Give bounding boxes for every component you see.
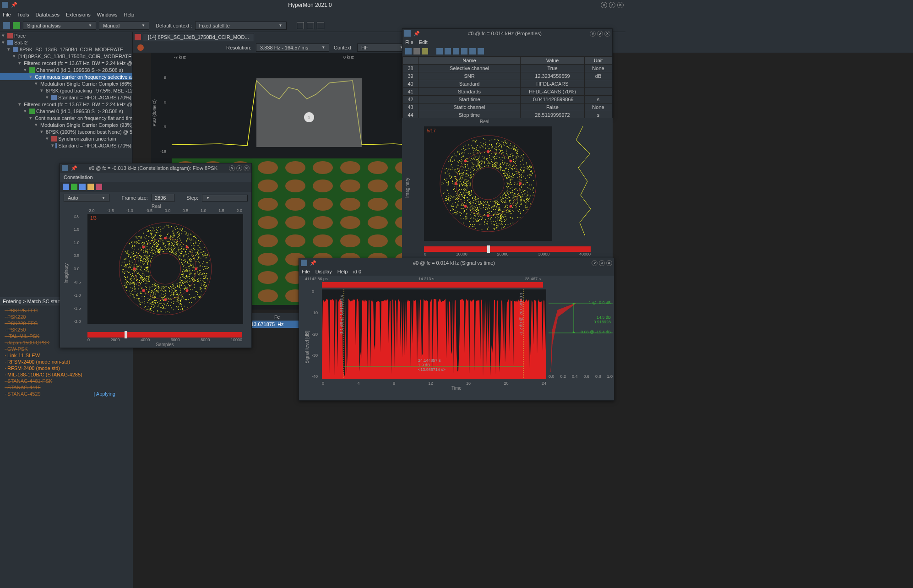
tree-item[interactable]: ▾Modulation Single Carrier Complex (86%)… bbox=[0, 80, 132, 87]
menu-windows[interactable]: Windows bbox=[97, 12, 118, 17]
combo-auto[interactable]: Auto▼ bbox=[64, 194, 109, 202]
minimize-icon[interactable]: ∨ bbox=[601, 2, 607, 8]
table-row[interactable]: 42Start time-0.0411428599869s bbox=[403, 96, 612, 103]
tree-item[interactable]: ▾Continuous carrier on frequency flat an… bbox=[0, 114, 132, 121]
t5-icon[interactable] bbox=[469, 48, 476, 54]
sample-slider[interactable] bbox=[424, 246, 591, 252]
frame-size-input[interactable] bbox=[152, 194, 174, 202]
table-row[interactable]: 40StandardHFDL-ACARS bbox=[403, 80, 612, 88]
tree-item[interactable]: ▾Standard = HFDL-ACARS (70%) bbox=[0, 94, 132, 101]
max-icon[interactable]: ∧ bbox=[597, 31, 603, 37]
signal-plot[interactable]: -3.1 dB @ 1.913286 s-1.2 dB @ 26.058143 … bbox=[322, 289, 546, 379]
table-row[interactable]: 41StandardsHFDL-ACARS (70%) bbox=[403, 88, 612, 96]
max-icon[interactable]: ∧ bbox=[236, 165, 242, 171]
t1-icon[interactable] bbox=[436, 48, 443, 54]
min-icon[interactable]: ∨ bbox=[229, 165, 235, 171]
table-row[interactable]: 44Stop time28.5119999972s bbox=[403, 111, 612, 119]
copy-icon[interactable] bbox=[413, 48, 420, 54]
table-row[interactable]: 39SNR12.3234559559dB bbox=[403, 72, 612, 80]
nav-last-icon[interactable] bbox=[87, 184, 94, 190]
tree-item[interactable]: ▾Standard = HFDL-ACARS (70%) bbox=[0, 142, 132, 149]
standard-item[interactable]: · STANAG-4481-PSK bbox=[0, 378, 120, 384]
db-icon[interactable] bbox=[3, 22, 10, 29]
print-icon[interactable] bbox=[422, 48, 428, 54]
standard-item[interactable]: · STANAG-4415 bbox=[0, 384, 120, 391]
tree-item[interactable]: ▾Filtered record (fc = 13.67 Hz, BW = 2.… bbox=[0, 101, 132, 108]
tree-item[interactable]: ▾Modulation Single Carrier Complex (93%)… bbox=[0, 121, 132, 128]
table-row[interactable]: 38Selective channelTrueNone bbox=[403, 65, 612, 72]
menu-tools[interactable]: Tools bbox=[17, 12, 29, 17]
play-icon[interactable] bbox=[13, 22, 20, 29]
props-menu-edit[interactable]: Edit bbox=[419, 39, 428, 45]
tab-main[interactable]: [14] 8PSK_SC_13dB_1750Bd_CCIR_MOD... bbox=[143, 33, 254, 41]
max-icon[interactable]: ∧ bbox=[599, 260, 605, 266]
t2-icon[interactable] bbox=[445, 48, 451, 54]
combo-mode[interactable]: Signal analysis▼ bbox=[23, 22, 96, 30]
svg-rect-1520 bbox=[163, 228, 163, 229]
nav-first-icon[interactable] bbox=[63, 184, 69, 190]
t4-icon[interactable] bbox=[461, 48, 467, 54]
applying-link[interactable]: | Applying bbox=[93, 391, 115, 397]
min-icon[interactable]: ∨ bbox=[590, 31, 596, 37]
nav-play-icon[interactable] bbox=[71, 184, 77, 190]
constellation-plot[interactable]: 1/3 bbox=[87, 214, 243, 324]
t6-icon[interactable] bbox=[478, 48, 484, 54]
sample-slider[interactable] bbox=[87, 332, 242, 338]
pin-icon[interactable]: 📌 bbox=[11, 2, 17, 8]
tree-item[interactable]: ▾8PSK_SC_13dB_1750Bd_CCIR_MODERATE bbox=[0, 46, 132, 53]
svg-rect-2014 bbox=[123, 270, 124, 271]
tree-item[interactable]: ▾Pace bbox=[0, 32, 132, 39]
save-icon[interactable] bbox=[405, 48, 412, 54]
constellation-plot-large[interactable]: 5/17 bbox=[424, 126, 552, 241]
t3-icon[interactable] bbox=[453, 48, 459, 54]
close-icon[interactable]: ✕ bbox=[617, 2, 624, 8]
tree-item[interactable]: ▾[14] 8PSK_SC_13dB_1750Bd_CCIR_MODERATE bbox=[0, 53, 132, 60]
layout2-icon[interactable] bbox=[307, 22, 314, 29]
tree-item[interactable]: ▾Filtered record (fc = 13.67 Hz, BW = 2.… bbox=[0, 60, 132, 66]
close-icon[interactable]: ✕ bbox=[604, 31, 610, 37]
sigtime-menu-help[interactable]: Help bbox=[337, 269, 348, 274]
min-icon[interactable]: ∨ bbox=[592, 260, 598, 266]
time-overview-bar[interactable] bbox=[322, 282, 543, 288]
combo-step[interactable]: ▼ bbox=[202, 195, 248, 201]
tree-item[interactable]: ▾Sat-f2 bbox=[0, 39, 132, 46]
standard-item[interactable]: · Link-11-SLEW bbox=[0, 352, 120, 359]
close-icon[interactable]: ✕ bbox=[244, 165, 250, 171]
sigtime-menu-file[interactable]: File bbox=[302, 269, 310, 274]
standard-item[interactable]: · RFSM-2400 (mode std) bbox=[0, 365, 120, 371]
layout3-icon[interactable] bbox=[317, 22, 324, 29]
standard-item[interactable]: · MIL-188-110B/C (STANAG-4285) bbox=[0, 371, 120, 378]
props-menu-file[interactable]: File bbox=[405, 39, 413, 45]
tree-item[interactable]: ▾8PSK (100%) (second best None) @ 5.250 … bbox=[0, 128, 132, 135]
combo-resolution[interactable]: 3.838 Hz - 164.57 ms▼ bbox=[256, 44, 329, 52]
close-icon[interactable]: ✕ bbox=[606, 260, 612, 266]
pin-icon[interactable]: 📌 bbox=[310, 260, 316, 266]
svg-rect-1118 bbox=[529, 198, 530, 199]
nav-next-icon[interactable] bbox=[79, 184, 86, 190]
table-row[interactable]: 43Static channelFalseNone bbox=[403, 103, 612, 111]
tree-item[interactable]: ▾Continuous carrier on frequency selecti… bbox=[0, 73, 132, 80]
tab-close-icon[interactable] bbox=[135, 34, 141, 40]
svg-rect-842 bbox=[516, 165, 517, 166]
sigtime-menu-display[interactable]: Display bbox=[315, 269, 332, 274]
svg-rect-2802 bbox=[205, 278, 206, 278]
menu-file[interactable]: File bbox=[3, 12, 11, 17]
combo-manual[interactable]: Manual▼ bbox=[99, 22, 149, 30]
tree-item[interactable]: ▾Channel 0 (id 0, 199558 S -> 28.508 s) bbox=[0, 108, 132, 114]
pin-icon[interactable]: 📌 bbox=[413, 31, 420, 37]
record-icon[interactable] bbox=[137, 44, 144, 51]
menu-extensions[interactable]: Extensions bbox=[66, 12, 91, 17]
tree-item[interactable]: ▾8PSK (good tracking : 97.5%, MSE -12.0 … bbox=[0, 87, 132, 94]
svg-rect-1167 bbox=[508, 212, 509, 212]
layout1-icon[interactable] bbox=[297, 22, 304, 29]
nav-color-icon[interactable] bbox=[96, 184, 102, 190]
combo-context[interactable]: HF▼ bbox=[357, 44, 408, 52]
tree-item[interactable]: ▾Synchronization uncertain bbox=[0, 135, 132, 142]
combo-default-context[interactable]: Fixed satellite▼ bbox=[195, 22, 287, 30]
standard-item[interactable]: · RFSM-2400 (mode non-std) bbox=[0, 359, 120, 365]
maximize-icon[interactable]: ∧ bbox=[609, 2, 615, 8]
menu-help[interactable]: Help bbox=[124, 12, 134, 17]
menu-databases[interactable]: Databases bbox=[35, 12, 60, 17]
tree-item[interactable]: ▾Channel 0 (id 0, 199558 S -> 28.508 s) bbox=[0, 66, 132, 73]
pin-icon[interactable]: 📌 bbox=[71, 165, 77, 171]
